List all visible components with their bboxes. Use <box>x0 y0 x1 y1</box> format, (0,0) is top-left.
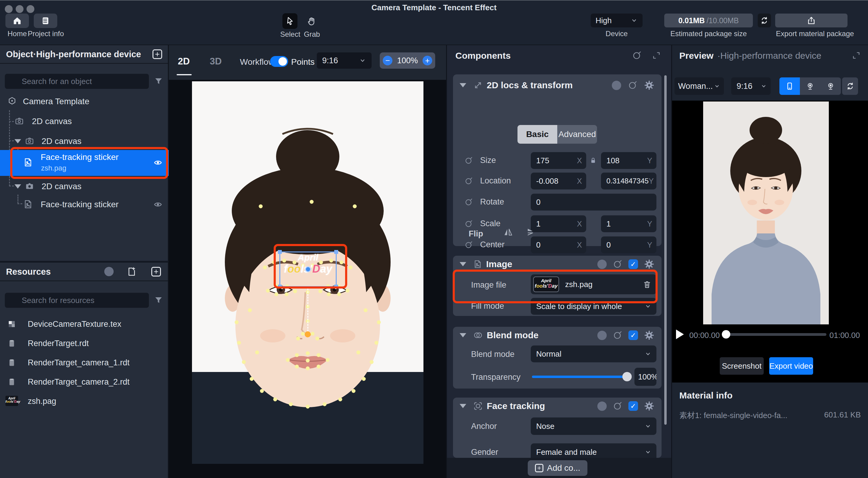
rotate-label: Rotate <box>480 197 504 206</box>
resource-item[interactable]: April fools'Day zsh.pag <box>0 391 169 411</box>
export-package-button[interactable] <box>775 13 847 27</box>
gear-icon[interactable] <box>644 80 654 90</box>
help-icon[interactable] <box>597 331 607 340</box>
visibility-eye-icon[interactable] <box>153 200 163 209</box>
collapse-panel-icon[interactable] <box>852 51 861 60</box>
reset-field-icon[interactable] <box>464 177 473 185</box>
reset-field-icon[interactable] <box>464 241 473 249</box>
transparency-value[interactable]: 100% <box>634 368 656 386</box>
tab-3d[interactable]: 3D <box>210 56 222 67</box>
tab-basic[interactable]: Basic <box>518 125 557 144</box>
reset-all-icon[interactable] <box>632 51 642 60</box>
add-component-button[interactable]: Add co... <box>528 460 587 476</box>
section-caret-icon[interactable] <box>460 262 466 266</box>
play-button[interactable] <box>676 329 684 339</box>
aspect-ratio-dropdown[interactable]: 9:16 <box>317 53 372 69</box>
grab-tool-button[interactable] <box>305 14 318 28</box>
segment-webcam2-button[interactable] <box>820 77 841 95</box>
components-scrollbar[interactable] <box>664 75 667 425</box>
resource-item[interactable]: RenderTarget_camera_2.rdt <box>0 372 169 391</box>
tree-item-2d-canvas-1[interactable]: 2D canvas <box>0 112 169 130</box>
transparency-slider[interactable] <box>532 376 627 378</box>
center-y-input[interactable]: 0Y <box>601 236 656 253</box>
canvas-viewport[interactable]: April fools'Day <box>169 80 446 478</box>
segment-webcam1-button[interactable] <box>800 77 820 95</box>
help-icon[interactable] <box>597 402 607 411</box>
render-canvas[interactable]: April fools'Day <box>192 81 424 464</box>
center-x-input[interactable]: 0X <box>531 236 586 253</box>
resource-item[interactable]: RenderTarget.rdt <box>0 334 169 353</box>
select-tool-button[interactable] <box>282 13 298 29</box>
size-y-input[interactable]: 108Y <box>601 152 656 169</box>
chevron-down-icon <box>630 17 638 24</box>
reset-section-icon[interactable] <box>613 259 622 269</box>
zoom-out-button[interactable]: − <box>383 56 393 65</box>
reset-field-icon[interactable] <box>464 198 473 206</box>
expand-caret-icon[interactable] <box>14 139 21 144</box>
reset-section-icon[interactable] <box>613 330 622 340</box>
location-y-input[interactable]: 0.314847345Y <box>601 172 656 189</box>
gear-icon[interactable] <box>644 330 654 340</box>
tree-item-2d-canvas-3[interactable]: 2D canvas <box>0 177 169 195</box>
timeline-knob[interactable] <box>722 330 730 339</box>
refresh-package-button[interactable] <box>758 13 771 27</box>
blend-mode-dropdown[interactable]: Normal <box>531 346 656 362</box>
device-dropdown[interactable]: High <box>591 13 643 27</box>
object-search-input[interactable] <box>5 74 149 89</box>
enable-checkbox[interactable]: ✓ <box>628 259 638 269</box>
gear-icon[interactable] <box>644 259 654 269</box>
tree-item-face-tracking-sticker-2[interactable]: Face-tracking sticker <box>0 195 169 213</box>
enable-checkbox[interactable]: ✓ <box>628 330 638 340</box>
resources-help-icon[interactable] <box>104 267 114 276</box>
timeline-slider[interactable] <box>723 333 827 336</box>
model-dropdown[interactable]: Woman... <box>675 77 724 95</box>
segment-phone-button[interactable] <box>779 77 800 95</box>
resources-search-input[interactable] <box>5 293 149 308</box>
scale-x-input[interactable]: 1X <box>531 215 586 232</box>
expand-caret-icon[interactable] <box>14 184 21 189</box>
zoom-in-button[interactable]: + <box>423 56 432 65</box>
slider-knob[interactable] <box>622 372 632 381</box>
size-x-input[interactable]: 175X <box>531 152 586 169</box>
resource-item[interactable]: DeviceCameraTexture.tex <box>0 314 169 334</box>
gender-dropdown[interactable]: Female and male <box>531 443 656 458</box>
anchor-dropdown[interactable]: Nose <box>531 417 656 435</box>
flip-vertical-icon[interactable] <box>528 227 538 237</box>
reset-field-icon[interactable] <box>464 156 473 165</box>
resource-item[interactable]: RenderTarget_camera_1.rdt <box>0 353 169 372</box>
add-object-button[interactable] <box>153 50 162 59</box>
project-info-button[interactable] <box>34 13 57 28</box>
export-video-button[interactable]: Export video <box>769 357 813 375</box>
preview-portrait <box>703 101 829 324</box>
basic-advanced-tabs: Basic Advanced <box>518 125 597 144</box>
tree-item-camera-template[interactable]: Camera Template <box>0 92 169 110</box>
package-total: /10.00MB <box>707 16 739 25</box>
section-caret-icon[interactable] <box>460 83 466 87</box>
flip-horizontal-icon[interactable] <box>503 227 513 237</box>
preview-refresh-button[interactable] <box>842 77 858 95</box>
add-resource-button[interactable] <box>151 267 161 277</box>
reset-section-icon[interactable] <box>628 81 638 90</box>
enable-checkbox[interactable]: ✓ <box>628 401 638 411</box>
collapse-panel-icon[interactable] <box>652 51 661 60</box>
tab-2d[interactable]: 2D <box>178 56 190 67</box>
section-caret-icon[interactable] <box>460 404 466 408</box>
scale-y-input[interactable]: 1Y <box>601 215 656 232</box>
help-icon[interactable] <box>597 260 607 269</box>
lock-icon[interactable] <box>589 157 597 164</box>
reset-section-icon[interactable] <box>613 401 622 411</box>
section-caret-icon[interactable] <box>460 333 466 337</box>
tab-advanced[interactable]: Advanced <box>557 125 597 144</box>
home-button[interactable] <box>5 13 29 28</box>
help-icon[interactable] <box>612 81 621 90</box>
screenshot-button[interactable]: Screenshot <box>720 357 764 375</box>
reset-field-icon[interactable] <box>464 220 473 228</box>
location-x-input[interactable]: -0.008X <box>531 172 586 189</box>
rotate-input[interactable]: 0 <box>531 194 656 211</box>
preview-aspect-dropdown[interactable]: 9:16 <box>731 77 771 95</box>
gear-icon[interactable] <box>644 401 654 411</box>
material-name: 素材1: female-single-video-fa... <box>679 410 787 421</box>
import-resource-icon[interactable] <box>127 266 137 277</box>
phone-icon <box>785 82 794 91</box>
workflow-points-toggle[interactable] <box>270 56 288 67</box>
